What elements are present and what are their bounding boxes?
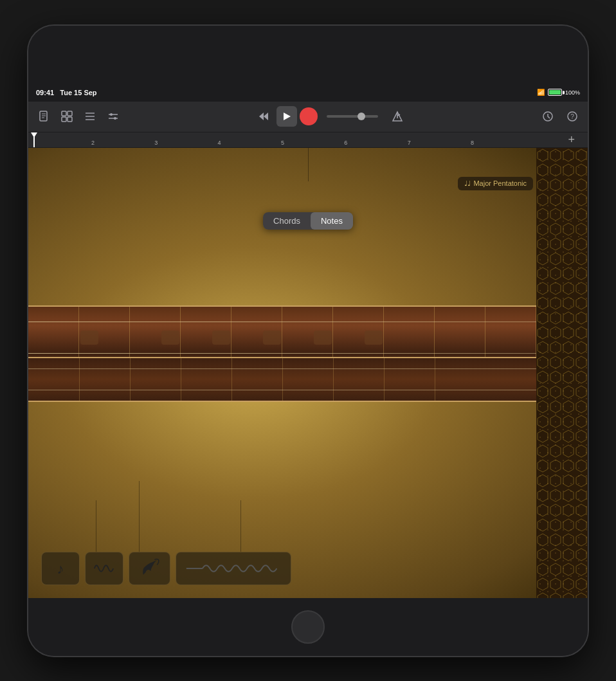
fret-dot-3[interactable] [212, 331, 230, 345]
volume-slider[interactable] [327, 115, 378, 118]
long-wave-button[interactable] [176, 552, 291, 585]
note-icon: ♪ [50, 558, 71, 579]
svg-text:?: ? [570, 113, 574, 120]
svg-text:♪: ♪ [57, 561, 64, 577]
home-button[interactable] [291, 610, 325, 644]
ruler-mark-3: 3 [154, 140, 158, 146]
scale-text: Major Pentatonic [473, 179, 527, 187]
ruler-mark-8: 8 [471, 140, 474, 146]
svg-rect-7 [68, 117, 72, 122]
ruler-marks: 2 3 4 5 6 7 8 [39, 132, 565, 147]
scale-icon: ♩♩ [464, 179, 471, 188]
string-lines-b [28, 358, 536, 401]
long-wave-icon [184, 559, 283, 577]
ruler-mark-4: 4 [218, 140, 221, 146]
honeycomb-svg [536, 148, 588, 598]
toolbar-left-group [33, 106, 123, 127]
string-b-1 [28, 368, 536, 369]
annotation-line-top [308, 148, 309, 181]
toolbar-transport-group [253, 106, 318, 127]
svg-rect-6 [62, 117, 66, 122]
annot-line-2 [139, 481, 140, 552]
fret-dot-2[interactable] [161, 331, 179, 345]
timeline-ruler: 2 3 4 5 6 7 8 + [28, 132, 588, 148]
ruler-mark-2: 2 [91, 140, 95, 146]
ruler-mark-6: 6 [344, 140, 347, 146]
fret-dot-4[interactable] [263, 331, 281, 345]
chords-button[interactable]: Chords [263, 212, 311, 230]
annot-line-3 [240, 500, 241, 552]
playhead [33, 132, 35, 147]
ipad-frame: 09:41 Tue 15 Sep 📶 100% [28, 26, 588, 656]
help-button[interactable]: ? [562, 106, 583, 127]
tracks-button[interactable] [57, 106, 77, 127]
whammy-button[interactable] [129, 552, 170, 585]
svg-marker-15 [259, 113, 264, 120]
note-style-button[interactable]: ♪ [41, 552, 80, 585]
ruler-marks-container: 2 3 4 5 6 7 8 + [28, 132, 588, 147]
mixer-button[interactable] [80, 106, 100, 127]
fret-dot-6[interactable] [365, 331, 383, 345]
playhead-triangle [31, 132, 37, 138]
wifi-icon: 📶 [537, 89, 545, 96]
svg-point-14 [114, 117, 116, 120]
add-track-button[interactable]: + [565, 133, 577, 147]
ruler-mark-5: 5 [281, 140, 284, 146]
clock-button[interactable] [538, 106, 558, 127]
volume-knob[interactable] [358, 113, 365, 120]
controls-button[interactable] [103, 106, 123, 127]
fret-dot-1[interactable] [80, 331, 98, 345]
bottom-controls: ♪ [41, 552, 291, 585]
notes-button[interactable]: Notes [311, 212, 353, 230]
svg-rect-5 [68, 111, 72, 116]
record-button[interactable] [300, 107, 318, 125]
battery-fill [549, 90, 561, 94]
scale-label: ♩♩ Major Pentatonic [458, 177, 533, 190]
new-song-button[interactable] [33, 106, 54, 127]
svg-rect-25 [536, 148, 588, 598]
status-time: 09:41 [36, 89, 54, 96]
status-time-date: 09:41 Tue 15 Sep [36, 89, 97, 96]
battery-percent: 100% [565, 89, 580, 96]
battery-indicator [548, 89, 562, 96]
top-bezel [28, 26, 588, 84]
wave-icon [93, 559, 115, 577]
rewind-button[interactable] [253, 106, 274, 127]
whammy-icon [137, 557, 162, 580]
metronome-button[interactable] [387, 106, 408, 127]
svg-marker-17 [284, 113, 291, 120]
ruler-mark-7: 7 [408, 140, 411, 146]
fret-dot-5[interactable] [314, 331, 332, 345]
bottom-bezel [28, 598, 588, 656]
svg-point-13 [110, 113, 113, 116]
annot-line-1 [96, 500, 96, 552]
main-content: ♩♩ Major Pentatonic [28, 148, 588, 598]
string-b-2 [28, 390, 536, 390]
svg-rect-4 [62, 111, 66, 116]
chords-notes-popup: Chords Notes [263, 212, 353, 230]
play-button[interactable] [276, 106, 297, 127]
status-date: Tue 15 Sep [60, 89, 96, 96]
guitar-body-right [536, 148, 588, 598]
svg-marker-16 [264, 113, 268, 120]
toolbar: ? [28, 102, 588, 132]
fretboard-lower [28, 357, 536, 402]
status-bar: 09:41 Tue 15 Sep 📶 100% [28, 84, 588, 102]
screen: 09:41 Tue 15 Sep 📶 100% [28, 84, 588, 598]
wave-button[interactable] [85, 552, 123, 585]
status-right: 📶 100% [537, 89, 580, 96]
